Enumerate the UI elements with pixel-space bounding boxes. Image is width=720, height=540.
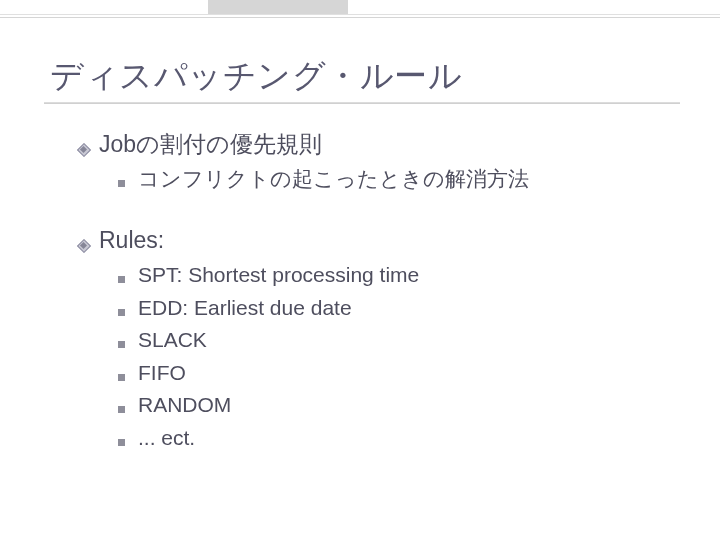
list-subitem-label: RANDOM [138, 389, 231, 422]
list-subitem-label: EDD: Earliest due date [138, 292, 352, 325]
square-bullet-icon [118, 423, 125, 456]
list-subitem: SPT: Shortest processing time [118, 259, 638, 292]
slide-title: ディスパッチング・ルール [50, 54, 462, 99]
list-subitem: SLACK [118, 324, 638, 357]
list-item: Rules: [78, 224, 638, 257]
list-subitem: ... ect. [118, 422, 638, 455]
header-accent-block [208, 0, 348, 14]
square-bullet-icon [118, 358, 125, 391]
list-subitem: FIFO [118, 357, 638, 390]
list-subitem-label: コンフリクトの起こったときの解消方法 [138, 163, 529, 196]
list-item-label: Rules: [99, 224, 164, 257]
list-subitem-label: SLACK [138, 324, 207, 357]
slide-body: Jobの割付の優先規則 コンフリクトの起こったときの解消方法 Rules: SP… [78, 128, 638, 455]
slide: ディスパッチング・ルール Jobの割付の優先規則 コンフリクトの起こったときの解… [0, 0, 720, 540]
diamond-bullet-icon [78, 131, 89, 164]
diamond-bullet-icon [78, 227, 89, 260]
square-bullet-icon [118, 293, 125, 326]
spacer [78, 196, 638, 224]
square-bullet-icon [118, 164, 125, 197]
list-subitem-label: ... ect. [138, 422, 195, 455]
list-subitem: EDD: Earliest due date [118, 292, 638, 325]
list-item: Jobの割付の優先規則 [78, 128, 638, 161]
header-top-rule [0, 14, 720, 18]
title-underline [44, 102, 680, 104]
square-bullet-icon [118, 325, 125, 358]
list-subitem-label: SPT: Shortest processing time [138, 259, 419, 292]
list-subitem: RANDOM [118, 389, 638, 422]
square-bullet-icon [118, 390, 125, 423]
list-subitem: コンフリクトの起こったときの解消方法 [118, 163, 638, 196]
list-item-label: Jobの割付の優先規則 [99, 128, 322, 161]
list-subitem-label: FIFO [138, 357, 186, 390]
square-bullet-icon [118, 260, 125, 293]
